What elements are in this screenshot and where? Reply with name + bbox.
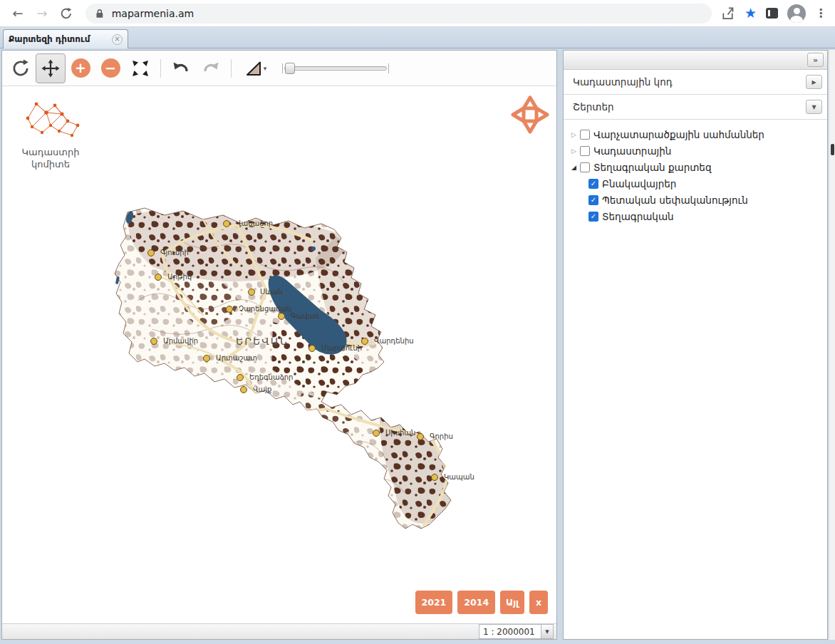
slider-track[interactable] bbox=[284, 66, 387, 71]
tree-row: ▷ Կադաստրային bbox=[569, 142, 827, 159]
layer-label[interactable]: Տեղագրական bbox=[602, 211, 674, 222]
tab-close-icon[interactable]: × bbox=[112, 34, 123, 45]
tree-row: ▷ Վարչատարածքային սահմաններ bbox=[569, 126, 827, 142]
url-input[interactable] bbox=[110, 7, 702, 20]
map-panel: + − ▾ bbox=[1, 50, 557, 640]
layer-checkbox[interactable] bbox=[580, 130, 590, 140]
pan-tool-button[interactable] bbox=[36, 53, 66, 83]
tab-map-view[interactable]: Քարտեզի դիտում × bbox=[3, 29, 128, 48]
scale-input[interactable] bbox=[479, 624, 541, 639]
back-icon[interactable]: ← bbox=[7, 3, 28, 24]
browser-toolbar: ← → ★ ⋮ bbox=[0, 0, 835, 27]
section-title: Շերտեր bbox=[573, 101, 614, 113]
layer-label[interactable]: Տեղագրական քարտեզ bbox=[593, 162, 712, 173]
slider-handle[interactable] bbox=[285, 63, 295, 74]
city-label: Գավառ bbox=[291, 312, 319, 320]
city-label: Սիսիան bbox=[385, 429, 415, 437]
expander-icon[interactable]: ▷ bbox=[569, 147, 579, 155]
content-area: + − ▾ bbox=[0, 48, 835, 644]
layer-label[interactable]: Վարչատարածքային սահմաններ bbox=[593, 129, 764, 140]
forward-icon[interactable]: → bbox=[31, 3, 53, 24]
browser-actions: ★ ⋮ bbox=[720, 4, 828, 23]
zoom-slider bbox=[282, 63, 389, 73]
section-cadastral-code[interactable]: Կադաստրային կոդ ▶ bbox=[564, 70, 827, 95]
profile-avatar[interactable] bbox=[787, 4, 806, 23]
tree-row-child: ✓ Պետական սեփականություն bbox=[569, 192, 827, 208]
bookmark-star-icon[interactable]: ★ bbox=[745, 6, 757, 20]
scale-combo: ▼ bbox=[479, 624, 554, 639]
year-other-button[interactable]: Այլ bbox=[500, 591, 524, 614]
section-collapse-icon[interactable]: ▼ bbox=[806, 100, 822, 114]
layer-checkbox-checked[interactable]: ✓ bbox=[588, 212, 598, 222]
armenia-map: Գյումրի Վանաձոր Արթիկ Սևան Չարենցավան Գա… bbox=[2, 87, 556, 623]
expander-icon[interactable]: ◢ bbox=[569, 164, 579, 171]
layer-checkbox[interactable] bbox=[580, 146, 590, 156]
tree-row-child: ✓ Բնակավայրեր bbox=[569, 175, 827, 192]
year-close-button[interactable]: x bbox=[529, 591, 548, 614]
menu-kebab-icon[interactable]: ⋮ bbox=[815, 6, 826, 20]
share-icon[interactable] bbox=[720, 6, 735, 21]
collapse-panel-button[interactable]: » bbox=[807, 53, 824, 67]
layer-checkbox-checked[interactable]: ✓ bbox=[588, 195, 598, 205]
expander-icon[interactable]: ▷ bbox=[569, 131, 579, 138]
city-label: Արթիկ bbox=[167, 273, 192, 281]
expand-arrows-icon bbox=[131, 59, 150, 78]
layer-label[interactable]: Պետական սեփականություն bbox=[602, 194, 748, 206]
scale-dropdown-caret[interactable]: ▼ bbox=[541, 624, 554, 639]
city-label: Չարենցավան bbox=[239, 305, 291, 313]
layer-checkbox-checked[interactable]: ✓ bbox=[588, 179, 598, 189]
city-label: Վանաձոր bbox=[236, 219, 273, 227]
address-bar[interactable] bbox=[85, 4, 712, 24]
layers-panel: » Կադաստրային կոդ ▶ Շերտեր ▼ ▷ Վարչատարա… bbox=[563, 50, 828, 640]
city-label: Սևան bbox=[260, 288, 283, 296]
full-extent-button[interactable] bbox=[125, 53, 155, 83]
map-canvas[interactable]: Կադաստրի կոմիտե bbox=[2, 87, 556, 623]
city-label: Եղեգնաձոր bbox=[249, 373, 293, 381]
redo-icon bbox=[202, 59, 220, 78]
year-buttons: 2021 2014 Այլ x bbox=[415, 591, 549, 614]
city-label: Վայք bbox=[253, 385, 271, 393]
map-status-bar: ▼ bbox=[2, 623, 556, 639]
layer-label[interactable]: Կադաստրային bbox=[593, 145, 671, 157]
layer-label[interactable]: Բնակավայրեր bbox=[602, 178, 676, 189]
slider-start-tick bbox=[282, 63, 283, 73]
refresh-button[interactable] bbox=[6, 53, 36, 83]
tree-row: ◢ Տեղագրական քարտեզ bbox=[569, 159, 827, 175]
toolbar-separator bbox=[231, 59, 232, 78]
undo-button[interactable] bbox=[166, 53, 196, 83]
app-tab-strip: Քարտեզի դիտում × bbox=[0, 27, 835, 48]
minus-icon: − bbox=[101, 58, 120, 78]
measure-triangle-icon bbox=[245, 60, 262, 77]
year-2014-button[interactable]: 2014 bbox=[457, 591, 495, 614]
city-label: Գյումրի bbox=[160, 249, 189, 256]
lock-icon[interactable] bbox=[95, 9, 104, 19]
city-label: Մարտունի bbox=[321, 344, 362, 352]
zoom-in-button[interactable]: + bbox=[66, 53, 95, 83]
city-label: Գորիս bbox=[430, 432, 453, 440]
city-label: Արմավիր bbox=[163, 337, 198, 345]
city-label: Կապան bbox=[444, 473, 474, 481]
redo-button[interactable] bbox=[196, 53, 226, 83]
section-layers[interactable]: Շերտեր ▼ bbox=[564, 95, 827, 120]
section-expand-icon[interactable]: ▶ bbox=[806, 75, 822, 89]
capital-label: ԵՐԵՎԱՆ bbox=[236, 336, 289, 347]
city-label: Վարդենիս bbox=[374, 337, 414, 345]
side-panel-icon[interactable] bbox=[766, 8, 778, 19]
section-title: Կադաստրային կոդ bbox=[573, 76, 673, 88]
reload-icon[interactable] bbox=[56, 3, 77, 24]
measure-tool-button[interactable]: ▾ bbox=[237, 53, 275, 83]
tab-title: Քարտեզի դիտում bbox=[9, 34, 90, 44]
screen: ← → ★ ⋮ Քարտեզի դիտում × bbox=[0, 0, 835, 644]
pan-icon bbox=[41, 59, 60, 78]
zoom-out-button[interactable]: − bbox=[95, 53, 125, 83]
year-2021-button[interactable]: 2021 bbox=[415, 591, 453, 614]
city-label: Արտաշատ bbox=[216, 354, 257, 362]
plus-icon: + bbox=[71, 58, 90, 78]
panel-header-bar: » bbox=[564, 51, 827, 70]
slider-end-tick bbox=[388, 63, 389, 73]
undo-icon bbox=[172, 59, 190, 78]
layer-checkbox[interactable] bbox=[580, 162, 590, 172]
measure-dropdown-caret[interactable]: ▾ bbox=[264, 65, 267, 72]
scrollbar-thumb[interactable] bbox=[831, 144, 834, 155]
page-scrollbar[interactable] bbox=[829, 50, 835, 640]
